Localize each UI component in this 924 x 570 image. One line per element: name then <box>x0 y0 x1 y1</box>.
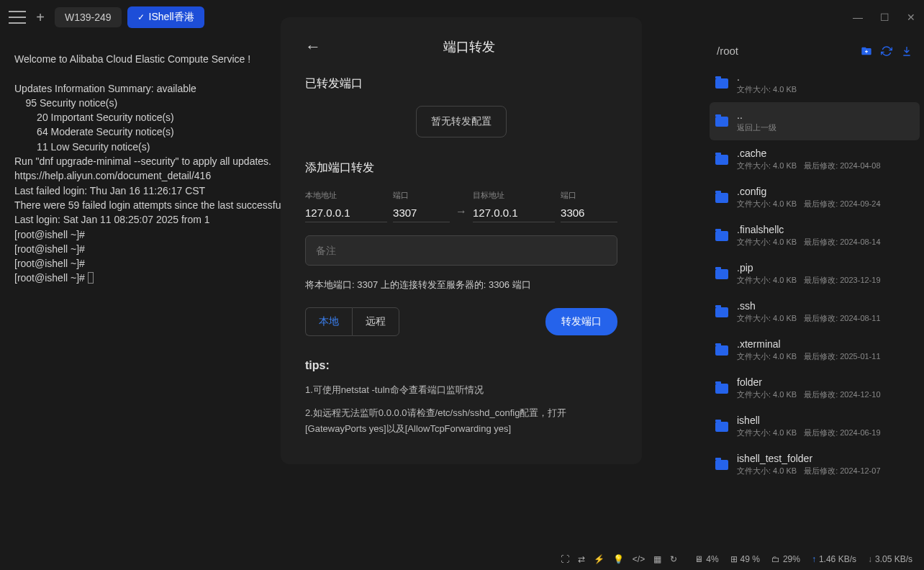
file-modified: 最后修改: 2023-12-19 <box>804 275 880 286</box>
window-controls: — ☐ ✕ <box>853 12 915 23</box>
port-forward-dialog: ← 端口转发 已转发端口 暂无转发配置 添加端口转发 本地地址 端口 → 目标地… <box>281 17 642 464</box>
file-name: .ssh <box>737 300 914 312</box>
file-row[interactable]: .. 返回上一级 <box>710 102 920 140</box>
tab-2-label: IShell香港 <box>149 11 194 24</box>
file-row[interactable]: .config 文件大小: 4.0 KB最后修改: 2024-09-24 <box>710 178 920 217</box>
tips-title: tips: <box>305 359 617 372</box>
file-size: 文件大小: 4.0 KB <box>737 84 797 95</box>
chip-icon: ⊞ <box>730 554 738 564</box>
tool-icon-2[interactable]: ⚡ <box>594 554 604 564</box>
tab-2[interactable]: ✓ IShell香港 <box>127 6 204 28</box>
file-row[interactable]: .cache 文件大小: 4.0 KB最后修改: 2024-04-08 <box>710 140 920 178</box>
local-addr-label: 本地地址 <box>305 190 387 201</box>
clipboard-icon[interactable]: ▦ <box>653 554 661 564</box>
disk-stat: 29% <box>783 554 800 564</box>
target-addr-input[interactable] <box>473 204 555 222</box>
file-size: 文件大小: 4.0 KB <box>737 199 797 209</box>
close-icon[interactable]: ✕ <box>907 12 915 23</box>
file-row[interactable]: folder 文件大小: 4.0 KB最后修改: 2024-12-10 <box>710 369 920 407</box>
cpu-stat: 4% <box>706 554 718 564</box>
folder-icon <box>715 193 728 203</box>
note-input[interactable] <box>305 235 617 266</box>
file-row[interactable]: .ssh 文件大小: 4.0 KB最后修改: 2024-08-11 <box>710 293 920 331</box>
file-browser: /root . 文件大小: 4.0 KB .. 返回上一级 .cache 文件大… <box>705 35 924 548</box>
file-modified: 最后修改: 2024-04-08 <box>804 160 880 171</box>
folder-icon <box>715 231 728 241</box>
file-size: 返回上一级 <box>737 122 776 133</box>
file-size: 文件大小: 4.0 KB <box>737 428 797 438</box>
file-name: .cache <box>737 148 914 159</box>
arrow-icon: → <box>456 195 467 218</box>
folder-icon <box>715 117 728 127</box>
file-name: ishell <box>737 415 914 426</box>
maximize-icon[interactable]: ☐ <box>880 12 889 23</box>
file-size: 文件大小: 4.0 KB <box>737 237 797 248</box>
forwarded-section-title: 已转发端口 <box>305 76 617 91</box>
forward-button[interactable]: 转发端口 <box>545 308 617 335</box>
file-size: 文件大小: 4.0 KB <box>737 313 797 324</box>
cursor-icon <box>88 272 94 284</box>
download-icon[interactable] <box>901 45 912 57</box>
code-icon[interactable]: </> <box>633 554 645 564</box>
segment-remote[interactable]: 远程 <box>352 307 399 336</box>
minimize-icon[interactable]: — <box>853 12 863 23</box>
tab-1[interactable]: W139-249 <box>55 7 122 27</box>
file-size: 文件大小: 4.0 KB <box>737 275 797 286</box>
mem-stat: 49 % <box>740 554 760 564</box>
file-size: 文件大小: 4.0 KB <box>737 389 797 400</box>
file-name: .xterminal <box>737 338 914 350</box>
local-port-label: 端口 <box>393 190 450 201</box>
tip-2: 2.如远程无法监听0.0.0.0请检查/etc/ssh/sshd_config配… <box>305 405 617 437</box>
file-row[interactable]: . 文件大小: 4.0 KB <box>710 64 920 102</box>
download-stat: 3.05 KB/s <box>875 554 912 564</box>
forward-description: 将本地端口: 3307 上的连接转发至服务器的: 3306 端口 <box>305 279 617 291</box>
file-name: folder <box>737 376 914 388</box>
segment-local[interactable]: 本地 <box>305 307 352 336</box>
back-icon[interactable]: ← <box>305 37 321 56</box>
file-modified: 最后修改: 2024-06-19 <box>804 428 880 438</box>
file-row[interactable]: .xterminal 文件大小: 4.0 KB最后修改: 2025-01-11 <box>710 331 920 369</box>
folder-icon <box>715 345 728 356</box>
file-row[interactable]: ishell_test_folder 文件大小: 4.0 KB最后修改: 202… <box>710 445 920 484</box>
upload-stat: 1.46 KB/s <box>819 554 856 564</box>
screenshot-icon[interactable]: ⛶ <box>561 554 569 564</box>
files-list: . 文件大小: 4.0 KB .. 返回上一级 .cache 文件大小: 4.0… <box>705 64 924 548</box>
file-name: .config <box>737 186 914 197</box>
reload-icon[interactable]: ↻ <box>670 554 677 564</box>
folder-icon <box>715 422 728 432</box>
menu-icon[interactable] <box>9 11 26 24</box>
folder-icon <box>715 307 728 317</box>
folder-icon <box>715 384 728 394</box>
lightbulb-icon[interactable]: 💡 <box>613 554 624 564</box>
monitor-icon: 🖥 <box>694 554 703 564</box>
file-row[interactable]: .pip 文件大小: 4.0 KB最后修改: 2023-12-19 <box>710 255 920 293</box>
file-name: .pip <box>737 262 914 273</box>
new-folder-icon[interactable] <box>861 45 872 57</box>
status-bar: ⛶ ⇄ ⚡ 💡 </> ▦ ↻ 🖥4% ⊞49 % 🗀29% ↑1.46 KB/… <box>0 548 924 570</box>
folder-icon <box>715 78 728 89</box>
current-path[interactable]: /root <box>717 45 852 57</box>
disk-icon: 🗀 <box>771 554 780 564</box>
file-size: 文件大小: 4.0 KB <box>737 160 797 171</box>
check-icon: ✓ <box>137 12 145 22</box>
empty-state: 暂无转发配置 <box>416 106 507 137</box>
target-addr-label: 目标地址 <box>473 190 555 201</box>
folder-icon <box>715 155 728 165</box>
file-row[interactable]: .finalshellc 文件大小: 4.0 KB最后修改: 2024-08-1… <box>710 217 920 255</box>
file-modified: 最后修改: 2024-08-11 <box>804 313 880 324</box>
target-port-input[interactable] <box>561 204 617 222</box>
local-port-input[interactable] <box>393 204 450 222</box>
tool-icon-1[interactable]: ⇄ <box>578 554 585 564</box>
add-tab-button[interactable]: + <box>32 9 49 26</box>
file-modified: 最后修改: 2025-01-11 <box>804 351 880 362</box>
file-name: ishell_test_folder <box>737 453 914 464</box>
file-modified: 最后修改: 2024-12-10 <box>804 389 880 400</box>
file-row[interactable]: ishell 文件大小: 4.0 KB最后修改: 2024-06-19 <box>710 407 920 445</box>
add-section-title: 添加端口转发 <box>305 160 617 176</box>
local-addr-input[interactable] <box>305 204 387 222</box>
file-size: 文件大小: 4.0 KB <box>737 466 797 476</box>
upload-icon: ↑ <box>812 554 816 564</box>
refresh-icon[interactable] <box>881 45 892 57</box>
file-name: .. <box>737 109 914 121</box>
download-stat-icon: ↓ <box>868 554 872 564</box>
